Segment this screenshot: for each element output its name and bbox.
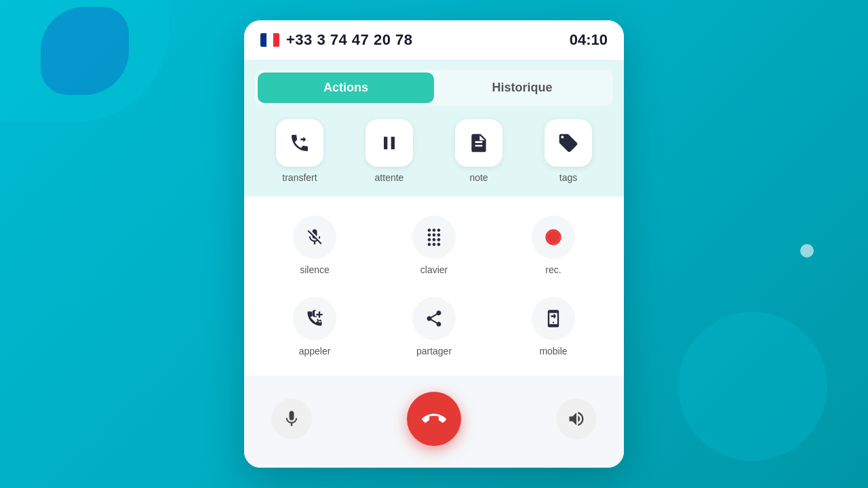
- tag-icon: [557, 132, 579, 154]
- appeler-label: appeler: [299, 346, 331, 357]
- mic-off-icon: [305, 228, 324, 247]
- partager-label: partager: [416, 346, 452, 357]
- action-note-button[interactable]: note: [455, 119, 502, 183]
- transfert-icon-box: [276, 119, 323, 167]
- note-icon: [468, 132, 490, 154]
- phone-number-area: +33 3 74 47 20 78: [260, 31, 413, 49]
- flag-icon: [260, 33, 279, 47]
- bg-blob-tl: [41, 7, 129, 95]
- hangup-button[interactable]: [407, 392, 461, 446]
- share-icon: [425, 309, 443, 328]
- mobile-label: mobile: [539, 346, 567, 357]
- control-appeler-button[interactable]: appeler: [260, 291, 369, 362]
- appeler-icon-circle: [293, 297, 336, 340]
- control-mobile-button[interactable]: mobile: [499, 291, 608, 362]
- action-attente-button[interactable]: attente: [366, 119, 413, 183]
- control-clavier-button[interactable]: clavier: [380, 210, 488, 281]
- control-partager-button[interactable]: partager: [380, 291, 488, 362]
- clavier-icon-circle: [412, 216, 456, 259]
- tags-icon-box: [545, 119, 592, 167]
- record-icon: [544, 228, 563, 247]
- attente-label: attente: [375, 172, 404, 183]
- microphone-button[interactable]: [271, 399, 312, 439]
- control-rec-button[interactable]: rec.: [499, 210, 608, 281]
- tab-actions[interactable]: Actions: [258, 73, 434, 103]
- speaker-icon: [567, 409, 586, 428]
- mobile-icon: [544, 309, 563, 328]
- phone-header: +33 3 74 47 20 78 04:10: [244, 20, 624, 60]
- control-silence-button[interactable]: silence: [260, 210, 369, 281]
- add-call-icon: [305, 309, 324, 328]
- partager-icon-circle: [412, 297, 456, 340]
- mobile-icon-circle: [532, 297, 575, 340]
- tabs-bar: Actions Historique: [255, 70, 613, 106]
- clavier-label: clavier: [420, 264, 448, 275]
- tab-historique[interactable]: Historique: [434, 73, 610, 103]
- note-icon-box: [455, 119, 502, 167]
- action-tags-button[interactable]: tags: [545, 119, 592, 183]
- dialpad-icon: [425, 228, 443, 247]
- transfert-label: transfert: [282, 172, 317, 183]
- controls-grid: silence clavier: [260, 210, 608, 362]
- phone-card: +33 3 74 47 20 78 04:10 Actions Historiq…: [244, 20, 624, 468]
- silence-label: silence: [300, 264, 330, 275]
- controls-section: silence clavier: [244, 197, 624, 375]
- rec-icon-circle: [532, 216, 575, 259]
- microphone-icon: [282, 409, 301, 428]
- speaker-button[interactable]: [556, 399, 597, 439]
- phone-number: +33 3 74 47 20 78: [286, 31, 413, 49]
- action-transfert-button[interactable]: transfert: [276, 119, 323, 183]
- silence-icon-circle: [293, 216, 336, 259]
- action-buttons-row: transfert attente note: [255, 119, 613, 183]
- bg-dot-r: [800, 244, 814, 258]
- svg-point-1: [550, 234, 556, 240]
- call-timer: 04:10: [570, 31, 608, 49]
- note-label: note: [469, 172, 488, 183]
- bg-circle-br: [678, 312, 827, 461]
- bottom-controls: [244, 375, 624, 468]
- pause-icon: [378, 132, 400, 154]
- attente-icon-box: [366, 119, 413, 167]
- tabs-section: Actions Historique transfert: [244, 60, 624, 197]
- rec-label: rec.: [545, 264, 561, 275]
- tags-label: tags: [559, 172, 577, 183]
- phone-forward-icon: [289, 132, 311, 154]
- hangup-icon: [422, 407, 446, 431]
